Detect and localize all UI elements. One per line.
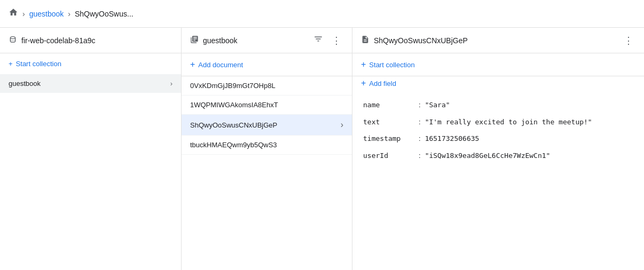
left-panel: fir-web-codelab-81a9c + Start collection… [0,28,182,270]
document-item-0[interactable]: 0VxKDmGjJB9mGt7OHp8L [182,76,352,96]
database-name: fir-web-codelab-81a9c [21,36,96,45]
collection-icon [190,35,199,45]
field-value-userid: "iSQw18x9ead8GeL6CcHe7WzEwCn1" [425,150,551,161]
start-collection-label: Start collection [16,60,61,68]
main-content: fir-web-codelab-81a9c + Start collection… [0,28,644,270]
breadcrumb-bar: › guestbook › ShQwyOoSwus... [0,0,644,28]
fields-area: name : "Sara" text : "I'm really excited… [352,92,644,270]
plus-icon: + [9,60,13,68]
database-icon [9,35,17,45]
field-row-text: text : "I'm really excited to join the m… [352,114,644,131]
document-item-1[interactable]: 1WQPMIWGAkomsIA8EhxT [182,96,352,115]
add-document-button[interactable]: + Add document [182,53,352,76]
document-chevron-icon: › [341,120,343,130]
breadcrumb-chevron-1: › [22,10,25,18]
document-id: 0VxKDmGjJB9mGt7OHp8L [190,82,343,90]
field-colon-0: : [419,100,421,110]
collection-item-guestbook[interactable]: guestbook › [0,74,181,93]
collections-list: guestbook › [0,74,181,270]
add-field-plus-icon: + [361,78,366,88]
mid-panel-title: guestbook [203,36,307,45]
start-collection-button[interactable]: + Start collection [0,53,181,74]
field-row-timestamp: timestamp : 1651732506635 [352,130,644,147]
start-collection-button-right[interactable]: + Start collection [352,53,644,76]
add-document-plus-icon: + [190,60,195,69]
home-icon[interactable] [9,7,18,20]
right-panel-header: ShQwyOoSwusCNxUBjGeP ⋮ [352,28,644,53]
field-key-name: name [363,100,417,110]
field-value-name: "Sara" [425,100,450,110]
right-panel: ShQwyOoSwusCNxUBjGeP ⋮ + Start collectio… [352,28,644,270]
field-colon-3: : [419,150,421,161]
document-id: tbuckHMAEQwm9yb5QwS3 [190,141,343,149]
documents-list: 0VxKDmGjJB9mGt7OHp8L 1WQPMIWGAkomsIA8Ehx… [182,76,352,270]
breadcrumb-current: ShQwyOoSwus... [75,10,133,18]
field-row-userid: userId : "iSQw18x9ead8GeL6CcHe7WzEwCn1" [352,147,644,164]
collection-chevron-icon: › [170,80,172,88]
field-key-text: text [363,117,417,128]
document-id: ShQwyOoSwusCNxUBjGeP [190,121,341,129]
mid-panel-actions: ⋮ [311,32,343,49]
add-field-button[interactable]: + Add field [352,76,644,92]
collection-name: guestbook [9,80,170,88]
right-panel-title: ShQwyOoSwusCNxUBjGeP [374,36,617,45]
field-key-userid: userId [363,150,417,161]
breadcrumb-guestbook[interactable]: guestbook [29,10,64,18]
right-more-vert-icon[interactable]: ⋮ [622,33,635,49]
field-value-timestamp: 1651732506635 [425,133,480,144]
right-panel-actions: ⋮ [622,33,635,49]
mid-panel: guestbook ⋮ + Add document 0VxKDmGjJB9mG… [182,28,352,270]
field-colon-1: : [419,117,421,128]
document-icon [361,35,370,45]
left-panel-header: fir-web-codelab-81a9c [0,28,181,53]
field-value-text: "I'm really excited to join the meetup!" [425,117,592,128]
document-id: 1WQPMIWGAkomsIA8EhxT [190,101,343,109]
start-collection-plus-icon: + [361,60,366,69]
breadcrumb-chevron-2: › [68,10,70,18]
field-key-timestamp: timestamp [363,133,417,144]
add-field-label: Add field [369,80,396,88]
more-vert-icon[interactable]: ⋮ [329,33,343,49]
filter-icon[interactable] [311,32,325,49]
field-row-name: name : "Sara" [352,97,644,114]
mid-panel-header: guestbook ⋮ [182,28,352,53]
start-collection-label-right: Start collection [369,61,414,69]
document-item-2[interactable]: ShQwyOoSwusCNxUBjGeP › [182,115,352,136]
document-item-3[interactable]: tbuckHMAEQwm9yb5QwS3 [182,136,352,155]
add-document-label: Add document [198,61,243,69]
field-colon-2: : [419,133,421,144]
